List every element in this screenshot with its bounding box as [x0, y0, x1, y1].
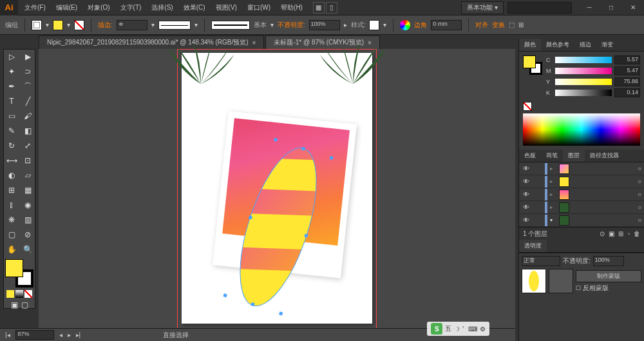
style-swatch[interactable] — [369, 20, 379, 30]
dropdown-icon[interactable]: ▾ — [270, 21, 274, 28]
fill-color-swatch[interactable] — [5, 259, 23, 277]
brush-def-select[interactable] — [211, 21, 250, 30]
gradient-mode[interactable] — [15, 290, 23, 298]
visibility-icon[interactable]: 👁 — [522, 177, 531, 186]
color-spectrum[interactable] — [523, 113, 640, 146]
stroke-label[interactable]: 描边: — [98, 21, 113, 30]
width-tool[interactable]: ⟷ — [4, 153, 19, 168]
blend-mode-select[interactable]: 正常 — [522, 256, 560, 266]
yellow-value[interactable]: 75.86 — [614, 77, 640, 86]
layer-item[interactable]: 👁▸○ — [519, 162, 644, 175]
dropdown-icon[interactable]: ▾ — [194, 21, 198, 28]
solid-color-mode[interactable] — [6, 290, 14, 298]
perspective-tool[interactable]: ▱ — [20, 168, 35, 182]
dropdown-icon[interactable]: ▾ — [67, 21, 70, 28]
menu-window[interactable]: 窗口(W) — [242, 1, 276, 15]
recolor-icon[interactable] — [400, 20, 410, 30]
no-color-swatch[interactable] — [74, 20, 84, 30]
mesh-tool[interactable]: ⊞ — [4, 183, 19, 197]
magenta-slider[interactable] — [555, 68, 612, 74]
selection-tool[interactable]: ▷ — [4, 50, 19, 64]
dropdown-icon[interactable]: ▾ — [383, 21, 386, 28]
isolate-icon[interactable]: ⬚ — [509, 21, 515, 28]
fill-stroke-swatches[interactable] — [5, 259, 33, 287]
pen-tool[interactable]: ✒ — [4, 79, 19, 93]
new-sublayer-icon[interactable]: ⊞ — [618, 230, 623, 237]
layer-item[interactable]: 👁▸○ — [519, 188, 644, 201]
minimize-icon[interactable]: ─ — [582, 3, 596, 12]
panel-tab-pathfinder[interactable]: 路径查找器 — [585, 150, 624, 162]
next-artboard-icon[interactable]: ▸ — [68, 331, 71, 338]
group-icon[interactable]: ⊞ — [518, 21, 524, 28]
pencil-tool[interactable]: ✎ — [4, 124, 19, 138]
menu-help[interactable]: 帮助(H) — [276, 1, 308, 15]
invert-mask-checkbox[interactable]: ☐ 反相蒙版 — [576, 284, 641, 293]
column-graph-tool[interactable]: ▥ — [20, 213, 35, 227]
search-input[interactable] — [507, 2, 572, 14]
layout-icon[interactable]: ▦ — [313, 2, 325, 14]
menu-edit[interactable]: 编辑(E) — [51, 1, 82, 15]
line-tool[interactable]: ╱ — [20, 94, 35, 108]
canvas-area[interactable] — [39, 49, 515, 328]
corner-input[interactable]: 0 mm — [431, 20, 462, 30]
rectangle-tool[interactable]: ▭ — [4, 109, 19, 123]
hand-tool[interactable]: ✋ — [4, 242, 19, 257]
dropdown-icon[interactable]: ▾ — [151, 21, 155, 28]
curvature-tool[interactable]: ⌒ — [20, 79, 35, 93]
type-tool[interactable]: T — [4, 94, 19, 108]
opacity-input[interactable]: 100% — [309, 20, 340, 30]
visibility-icon[interactable]: 👁 — [522, 190, 531, 199]
visibility-icon[interactable]: 👁 — [522, 164, 531, 173]
yellow-slider[interactable] — [555, 79, 612, 85]
gradient-tool[interactable]: ▦ — [20, 183, 35, 197]
stroke-weight-input[interactable]: ≑ — [117, 20, 147, 30]
panel-tab-gradient[interactable]: 渐变 — [596, 39, 618, 51]
palm-leaves-right[interactable] — [314, 40, 392, 92]
make-mask-button[interactable]: 制作蒙版 — [576, 270, 641, 282]
arrange-icon[interactable]: ▯ — [326, 2, 337, 14]
free-transform-tool[interactable]: ⊡ — [20, 153, 35, 168]
menu-type[interactable]: 文字(T) — [115, 1, 147, 15]
slice-tool[interactable]: ⊘ — [20, 228, 35, 242]
layer-item[interactable]: 👁▸○ — [519, 201, 644, 214]
align-label[interactable]: 对齐 — [475, 21, 488, 30]
prev-artboard-icon[interactable]: ◂ — [59, 331, 62, 338]
none-swatch[interactable] — [523, 102, 532, 111]
fill-swatch[interactable] — [32, 20, 42, 30]
dropdown-icon[interactable]: ▸ — [344, 21, 347, 28]
magenta-value[interactable]: 5.47 — [614, 66, 640, 75]
cyan-slider[interactable] — [555, 57, 612, 63]
palm-leaves-left[interactable] — [162, 40, 240, 92]
last-artboard-icon[interactable]: ▸| — [76, 331, 81, 338]
layer-item[interactable]: 👁▸○ — [519, 175, 644, 188]
cyan-value[interactable]: 5.57 — [614, 55, 640, 64]
panel-tab-layers[interactable]: 图层 — [563, 150, 585, 162]
panel-tab-transparency[interactable]: 透明度 — [519, 240, 547, 252]
black-slider[interactable] — [555, 90, 612, 96]
panel-tab-color-guide[interactable]: 颜色参考 — [541, 39, 574, 51]
lasso-tool[interactable]: ⊃ — [20, 64, 35, 79]
first-artboard-icon[interactable]: |◂ — [5, 331, 10, 338]
stroke-dash-select[interactable] — [158, 21, 191, 30]
panel-tab-brushes[interactable]: 画笔 — [541, 150, 563, 162]
panel-tab-stroke[interactable]: 描边 — [574, 39, 596, 51]
corner-label[interactable]: 边角 — [414, 21, 427, 30]
paintbrush-tool[interactable]: 🖌 — [20, 109, 35, 123]
locate-icon[interactable]: ⊙ — [600, 230, 605, 237]
menu-file[interactable]: 文件(F) — [19, 1, 51, 15]
panel-tab-color[interactable]: 颜色 — [519, 39, 541, 51]
menu-effect[interactable]: 效果(C) — [178, 1, 211, 15]
stroke-swatch[interactable] — [53, 20, 63, 30]
visibility-icon[interactable]: 👁 — [522, 216, 531, 225]
opacity-value-input[interactable]: 100% — [593, 256, 624, 266]
menu-select[interactable]: 选择(S) — [146, 1, 178, 15]
workspace-switcher[interactable]: 基本功能 ▾ — [461, 1, 504, 14]
artboard-tool[interactable]: ▢ — [4, 228, 19, 242]
tab-close-icon[interactable]: × — [252, 39, 256, 46]
dropdown-icon[interactable]: ▾ — [46, 21, 49, 28]
scale-tool[interactable]: ⤢ — [20, 139, 35, 153]
layer-item[interactable]: 👁▾○ — [519, 214, 644, 227]
screen-mode-full[interactable]: ▢ — [20, 300, 29, 309]
delete-layer-icon[interactable]: 🗑 — [634, 230, 640, 237]
make-clip-icon[interactable]: ▣ — [609, 230, 614, 237]
